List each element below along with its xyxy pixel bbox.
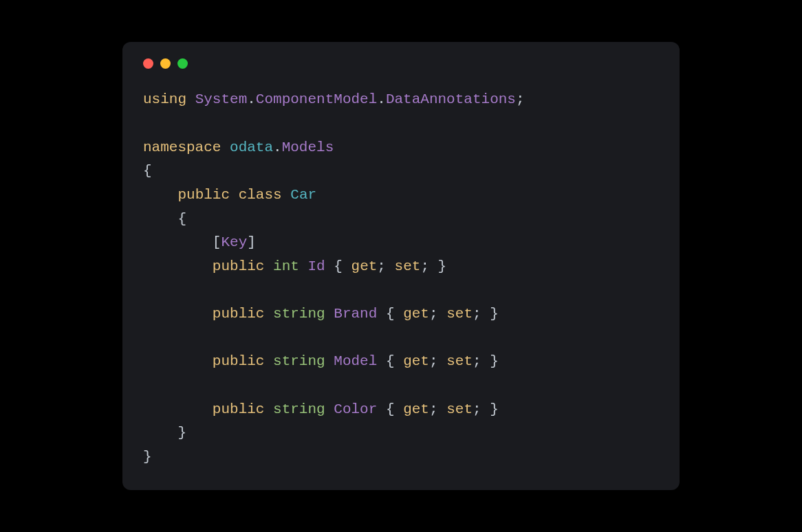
code-token: Models	[282, 140, 334, 155]
code-token: get	[403, 306, 429, 322]
code-token: Model	[334, 353, 377, 369]
code-token	[221, 140, 230, 155]
code-token	[143, 401, 213, 417]
code-token: .	[273, 140, 282, 155]
code-token: ;	[516, 91, 525, 107]
code-token: System	[195, 91, 248, 107]
code-token: {	[334, 258, 343, 274]
code-token: }	[438, 258, 447, 274]
code-token: .	[377, 91, 386, 107]
code-token: string	[273, 353, 325, 369]
code-token	[282, 187, 291, 203]
code-token: DataAnnotations	[386, 91, 516, 107]
code-token	[343, 258, 351, 274]
code-token: }	[490, 353, 499, 369]
code-line	[143, 326, 659, 351]
code-token: {	[386, 306, 395, 322]
code-token: ;	[429, 353, 438, 369]
code-token	[429, 258, 438, 274]
code-token: get	[351, 258, 378, 274]
code-token: {	[143, 163, 152, 179]
code-token	[377, 401, 386, 417]
code-token	[481, 306, 490, 322]
code-token	[143, 234, 213, 250]
code-token	[325, 401, 334, 417]
code-token: ComponentModel	[256, 91, 377, 107]
close-icon[interactable]	[143, 58, 153, 69]
code-token: set	[446, 306, 473, 322]
code-token: public	[177, 187, 230, 203]
code-line: public string Brand { get; set; }	[143, 302, 659, 326]
code-token	[264, 401, 273, 417]
code-line: {	[143, 208, 659, 232]
code-token: string	[273, 306, 325, 322]
code-token: ]	[247, 234, 256, 250]
code-line: [Key]	[143, 231, 659, 255]
code-token: [	[213, 234, 221, 250]
code-token: ;	[429, 401, 438, 417]
code-token	[438, 306, 447, 322]
code-token: public	[213, 258, 265, 274]
code-token: set	[446, 353, 473, 369]
code-line	[143, 112, 659, 136]
code-token	[481, 401, 490, 417]
code-token	[481, 353, 490, 369]
code-token: {	[386, 401, 395, 417]
code-token: Brand	[334, 306, 377, 322]
code-token	[395, 306, 404, 322]
code-token: }	[490, 306, 499, 322]
code-token: set	[395, 258, 421, 274]
code-line: }	[143, 445, 659, 469]
code-token	[377, 306, 386, 322]
code-token	[143, 353, 213, 369]
code-line	[143, 374, 659, 398]
code-token	[325, 258, 334, 274]
code-token: {	[177, 211, 186, 227]
code-window: using System.ComponentModel.DataAnnotati…	[122, 42, 680, 489]
code-token	[299, 258, 308, 274]
code-token: public	[213, 306, 265, 322]
code-token: class	[239, 187, 282, 203]
code-block: using System.ComponentModel.DataAnnotati…	[143, 88, 659, 469]
code-token: int	[273, 258, 299, 274]
code-token: ;	[473, 353, 481, 369]
code-token: ;	[420, 258, 429, 274]
code-token	[230, 187, 239, 203]
code-token: Key	[221, 234, 247, 250]
window-titlebar	[143, 58, 659, 69]
minimize-icon[interactable]	[160, 58, 171, 69]
code-token	[325, 306, 334, 322]
code-token	[143, 306, 213, 322]
code-token: Id	[307, 258, 325, 274]
code-token	[264, 353, 273, 369]
code-token	[143, 258, 213, 274]
code-line: public string Model { get; set; }	[143, 350, 659, 374]
code-line: public class Car	[143, 184, 659, 208]
code-token: }	[490, 401, 499, 417]
code-token: Car	[290, 187, 316, 203]
code-line: }	[143, 421, 659, 445]
code-token: .	[247, 91, 256, 107]
code-token	[377, 353, 386, 369]
code-token	[143, 187, 177, 203]
code-token: }	[143, 449, 152, 465]
code-token: namespace	[143, 140, 221, 155]
code-token: get	[403, 401, 429, 417]
code-token: odata	[230, 140, 273, 155]
code-token	[143, 425, 177, 441]
code-token: public	[213, 353, 265, 369]
code-token: ;	[473, 401, 481, 417]
maximize-icon[interactable]	[177, 58, 188, 69]
code-line: {	[143, 159, 659, 184]
code-token	[438, 401, 447, 417]
code-line	[143, 279, 659, 303]
code-line: using System.ComponentModel.DataAnnotati…	[143, 88, 659, 112]
code-token: ;	[473, 306, 481, 322]
code-token	[325, 353, 334, 369]
code-line: public string Color { get; set; }	[143, 398, 659, 422]
code-token: public	[213, 401, 265, 417]
code-token	[395, 401, 404, 417]
code-token: string	[273, 401, 325, 417]
code-line: namespace odata.Models	[143, 136, 659, 160]
code-token	[438, 353, 447, 369]
